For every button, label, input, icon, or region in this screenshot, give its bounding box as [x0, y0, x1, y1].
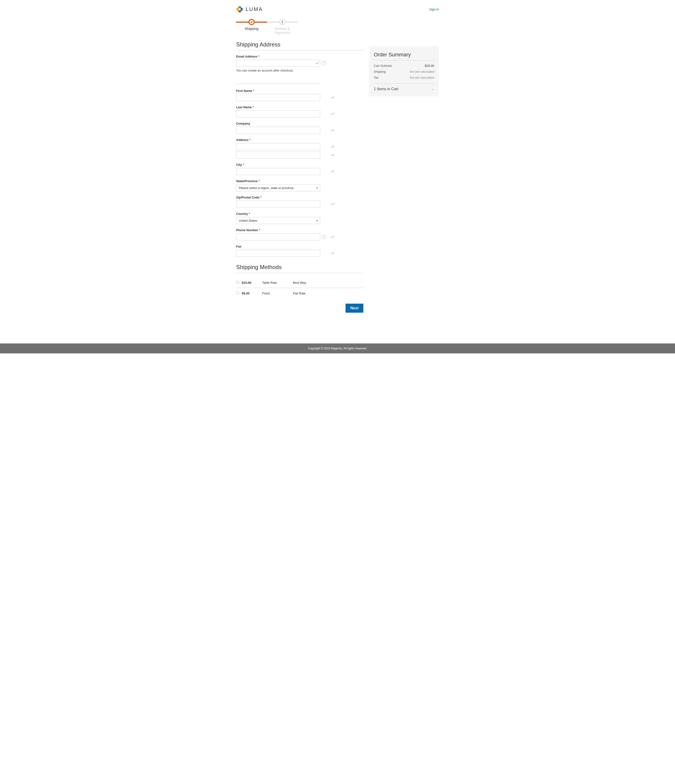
city-input[interactable] — [236, 168, 320, 175]
autofill-icon — [331, 153, 334, 157]
sign-in-link[interactable]: Sign In — [429, 8, 439, 11]
shipping-method-row[interactable]: $5.00 Fixed Flat Rate — [236, 288, 363, 299]
brand-name: LUMA — [246, 6, 263, 12]
shipping-summary-label: Shipping — [374, 70, 386, 73]
progress-step-review: 2 Review & Payments — [267, 19, 298, 34]
autofill-icon — [331, 145, 334, 148]
phone-input[interactable] — [236, 233, 320, 240]
address-label: Address — [236, 138, 336, 142]
autofill-icon — [331, 128, 334, 132]
checkmark-icon — [250, 20, 253, 23]
brand-logo[interactable]: LUMA — [236, 6, 263, 13]
items-count-label: 1 Items in Cart — [374, 87, 398, 91]
items-in-cart-toggle[interactable]: 1 Items in Cart ⌄ — [374, 83, 434, 91]
autofill-icon — [331, 235, 334, 239]
last-name-input[interactable] — [236, 110, 320, 117]
shipping-method-row[interactable]: $15.00 Table Rate Best Way — [236, 277, 363, 288]
phone-label: Phone Number — [236, 228, 336, 232]
company-label: Company — [236, 122, 336, 125]
company-input[interactable] — [236, 127, 320, 134]
tax-label: Tax — [374, 76, 378, 79]
shipping-method-carrier: Flat Rate — [293, 292, 363, 295]
address-line1-input[interactable] — [236, 143, 320, 150]
zip-input[interactable] — [236, 201, 320, 208]
tooltip-icon[interactable]: ? — [322, 235, 326, 239]
order-summary-title: Order Summary — [374, 51, 434, 61]
autofill-icon — [331, 251, 334, 255]
shipping-methods-title: Shipping Methods — [236, 264, 363, 273]
country-label: Country — [236, 212, 336, 216]
first-name-label: First Name — [236, 89, 336, 93]
autofill-icon — [331, 170, 334, 173]
progress-label-review: Review & Payments — [267, 26, 298, 34]
progress-step-number: 2 — [279, 19, 285, 25]
luma-logo-icon — [236, 6, 243, 13]
next-button[interactable]: Next — [345, 304, 363, 313]
shipping-method-carrier: Best Way — [293, 281, 363, 285]
progress-step-shipping: Shipping — [236, 19, 267, 34]
address-line2-input[interactable] — [236, 152, 320, 159]
email-note: You can create an account after checkout… — [236, 69, 320, 72]
email-input[interactable] — [236, 60, 320, 67]
checkout-progress: Shipping 2 Review & Payments — [236, 19, 439, 34]
autofill-icon — [331, 202, 334, 206]
shipping-method-radio[interactable] — [236, 291, 239, 294]
svg-point-4 — [239, 8, 241, 11]
shipping-method-name: Fixed — [262, 292, 293, 295]
subtotal-label: Cart Subtotal — [374, 64, 392, 67]
shipping-summary-value: Not yet calculated — [410, 70, 434, 73]
state-select[interactable]: Please select a region, state or provinc… — [236, 184, 320, 191]
city-label: City — [236, 163, 336, 166]
chevron-down-icon: ⌄ — [431, 87, 434, 91]
fax-input[interactable] — [236, 250, 320, 257]
shipping-method-price: $5.00 — [241, 292, 262, 295]
footer-copyright: Copyright © 2015 Magento. All rights res… — [0, 344, 675, 353]
shipping-method-price: $15.00 — [241, 281, 262, 285]
zip-label: Zip/Postal Code — [236, 196, 336, 199]
shipping-method-name: Table Rate — [262, 281, 293, 285]
order-summary-panel: Order Summary Cart Subtotal $29.00 Shipp… — [369, 47, 439, 96]
subtotal-value: $29.00 — [425, 64, 434, 67]
autofill-icon — [331, 96, 334, 100]
autofill-icon — [331, 112, 334, 116]
last-name-label: Last Name — [236, 106, 336, 109]
shipping-method-radio[interactable] — [236, 281, 239, 284]
email-label: Email Address — [236, 55, 320, 58]
shipping-address-title: Shipping Address — [236, 41, 363, 50]
tooltip-icon[interactable]: ? — [322, 61, 326, 65]
country-select[interactable]: United States — [236, 217, 320, 224]
state-label: State/Province — [236, 179, 336, 183]
tax-value: Not yet calculated — [410, 76, 434, 79]
progress-label-shipping: Shipping — [236, 26, 267, 31]
fax-label: Fax — [236, 245, 336, 248]
first-name-input[interactable] — [236, 94, 320, 101]
